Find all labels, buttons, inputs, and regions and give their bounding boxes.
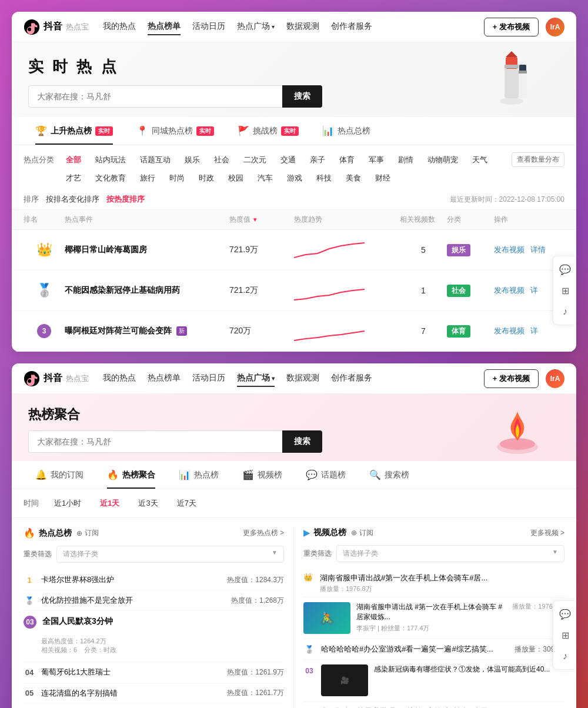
nav2-activity[interactable]: 活动日历 [192, 370, 225, 387]
list-title-l5[interactable]: 连花清瘟的名字别搞错 [41, 688, 221, 699]
list-title-l2[interactable]: 优化防控措施不是完全放开 [41, 595, 225, 606]
publish-link-1[interactable]: 发布视频 [494, 245, 524, 255]
list-content-l3: 全国人民默哀3分钟 [42, 616, 284, 627]
tab2-subscribe[interactable]: 🔔 我的订阅 [24, 461, 95, 489]
tab2-search-rank[interactable]: 🔍 搜索榜 [358, 461, 421, 489]
tab-total[interactable]: 📊 热点总榜 [310, 117, 382, 145]
tab-label-topic: 话题榜 [321, 470, 346, 480]
publish-button-1[interactable]: + 发布视频 [484, 18, 539, 36]
tab2-hot-rank[interactable]: 📊 热点榜 [167, 461, 230, 489]
cat-entertainment[interactable]: 娱乐 [182, 153, 202, 166]
nav-hot-rank[interactable]: 热点榜单 [148, 19, 181, 35]
nav2-hot-rank[interactable]: 热点榜单 [148, 370, 181, 387]
nav-hot-plaza[interactable]: 热点广场 [237, 19, 275, 35]
comment-icon[interactable]: 💬 [557, 261, 573, 278]
time-1d[interactable]: 近1天 [96, 496, 123, 510]
list-content-l4: 葡萄牙6比1大胜瑞士 [41, 667, 221, 677]
tab2-topic-rank[interactable]: 💬 话题榜 [294, 461, 358, 489]
left-filter-arrow: ▼ [272, 549, 278, 556]
cat-inner[interactable]: 站内玩法 [93, 153, 128, 166]
video-full-title-3[interactable]: 感染新冠病毒有哪些症状？①发烧，体温可能高到近40... [374, 664, 564, 674]
video-full-title-1[interactable]: 湖南省服申请出战 #第一次在手机上体会骑车 #居家锻炼... [356, 602, 506, 622]
search-button-1[interactable]: 搜索 [282, 85, 322, 108]
cat-games[interactable]: 游戏 [285, 172, 305, 185]
cat-anime[interactable]: 二次元 [241, 153, 269, 166]
search-input-2[interactable] [28, 430, 282, 453]
tab-label-search: 搜索榜 [385, 470, 409, 480]
cat-animals[interactable]: 动物萌宠 [425, 153, 460, 166]
cat-campus[interactable]: 校园 [226, 172, 246, 185]
cat-auto[interactable]: 汽车 [255, 172, 275, 185]
tiktok-sidebar-icon[interactable]: ♪ [557, 303, 573, 320]
view-distribution-btn[interactable]: 查看数量分布 [512, 152, 564, 167]
search-button-2[interactable]: 搜索 [282, 430, 322, 453]
nav-activity[interactable]: 活动日历 [192, 19, 225, 35]
video-title-2[interactable]: 哈哈哈哈哈#办公室游戏#看一遍笑一遍#综艺搞笑... [321, 644, 509, 654]
time-3d[interactable]: 近3天 [135, 496, 161, 510]
cat-travel[interactable]: 旅行 [138, 172, 158, 185]
rank-l2: 🥈 [24, 596, 35, 605]
detail-link-1[interactable]: 详情 [530, 245, 546, 255]
cat-talent[interactable]: 才艺 [64, 172, 83, 185]
nav2-my-hot[interactable]: 我的热点 [103, 370, 136, 387]
grid-icon-2[interactable]: ⊞ [557, 627, 573, 643]
nav2-hot-plaza[interactable]: 热点广场 [237, 370, 275, 387]
detail-link-2[interactable]: 详 [530, 285, 538, 296]
cat-weather[interactable]: 天气 [470, 153, 490, 166]
time-7d[interactable]: 近7天 [173, 496, 200, 510]
sort-by-heat[interactable]: 按热度排序 [106, 194, 145, 205]
right-more-link[interactable]: 更多视频 > [530, 528, 564, 538]
topic-text-3[interactable]: 曝阿根廷对阵荷兰可能会变阵 [65, 326, 172, 336]
cat-food[interactable]: 美食 [343, 172, 363, 185]
list-title-l4[interactable]: 葡萄牙6比1大胜瑞士 [41, 667, 221, 677]
cat-drama[interactable]: 剧情 [396, 153, 416, 166]
tab2-video-rank[interactable]: 🎬 视频榜 [230, 461, 294, 489]
detail-link-3[interactable]: 详 [530, 326, 538, 336]
tab-challenge[interactable]: 🚩 挑战榜 实时 [226, 117, 310, 145]
right-subscribe-btn[interactable]: ⊕ 订阅 [351, 528, 373, 538]
tab2-hot-aggregate[interactable]: 🔥 热榜聚合 [95, 461, 167, 489]
th-trend: 热度趋势 [294, 215, 400, 225]
left-filter-select[interactable]: 请选择子类 ▼ [56, 546, 284, 563]
cat-fashion[interactable]: 时尚 [167, 172, 187, 185]
cat-traffic[interactable]: 交通 [278, 153, 298, 166]
cat-parenting[interactable]: 亲子 [308, 153, 328, 166]
left-subscribe-btn[interactable]: ⊕ 订阅 [76, 528, 99, 538]
cat-all[interactable]: 全部 [64, 153, 83, 166]
cat-politics[interactable]: 时政 [196, 172, 216, 185]
cat-society[interactable]: 社会 [212, 153, 232, 166]
comment-icon-2[interactable]: 💬 [557, 606, 573, 622]
grid-icon[interactable]: ⊞ [557, 282, 573, 299]
topic-text-2[interactable]: 不能因感染新冠停止基础病用药 [65, 285, 180, 296]
sort-by-change[interactable]: 按排名变化排序 [46, 194, 99, 205]
avatar-2[interactable]: IrA [546, 369, 564, 388]
cat-topic[interactable]: 话题互动 [138, 153, 173, 166]
right-filter-select[interactable]: 请选择子类 ▼ [336, 545, 564, 562]
publish-button-2[interactable]: + 发布视频 [484, 369, 539, 388]
cat-sports[interactable]: 体育 [337, 153, 357, 166]
nav-data[interactable]: 数据观测 [286, 19, 319, 35]
list-title-l1[interactable]: 卡塔尔世界杯8强出炉 [41, 575, 221, 585]
tab-rising[interactable]: 🏆 上升热点榜 实时 [24, 117, 125, 145]
nav2-creator[interactable]: 创作者服务 [331, 370, 372, 387]
video-title-header-1[interactable]: 湖南省服申请出战#第一次在手机上体会骑车#居... [320, 573, 564, 583]
nav-creator[interactable]: 创作者服务 [331, 19, 372, 35]
time-1h[interactable]: 近1小时 [51, 496, 85, 510]
publish-link-3[interactable]: 发布视频 [494, 326, 524, 336]
nav-my-hot[interactable]: 我的热点 [103, 19, 136, 35]
list-title-l3[interactable]: 全国人民默哀3分钟 [42, 616, 284, 627]
cat-culture[interactable]: 文化教育 [93, 172, 128, 185]
topic-text-1[interactable]: 椰椰日常山岭海葛圆房 [65, 245, 147, 255]
cat-tech[interactable]: 科技 [314, 172, 334, 185]
avatar-1[interactable]: IrA [546, 18, 564, 36]
tab-local[interactable]: 📍 同城热点榜 实时 [125, 117, 226, 145]
publish-link-2[interactable]: 发布视频 [494, 285, 524, 296]
cat-finance[interactable]: 财经 [373, 172, 393, 185]
nav2-data[interactable]: 数据观测 [286, 370, 319, 387]
search-input-1[interactable] [28, 85, 282, 108]
cat-military[interactable]: 军事 [366, 153, 386, 166]
svg-rect-8 [519, 71, 527, 74]
right-section-title: ▶ 视频总榜 [303, 527, 346, 538]
tiktok-sidebar-icon-2[interactable]: ♪ [557, 648, 573, 664]
left-more-link[interactable]: 更多热点榜 > [243, 528, 284, 538]
